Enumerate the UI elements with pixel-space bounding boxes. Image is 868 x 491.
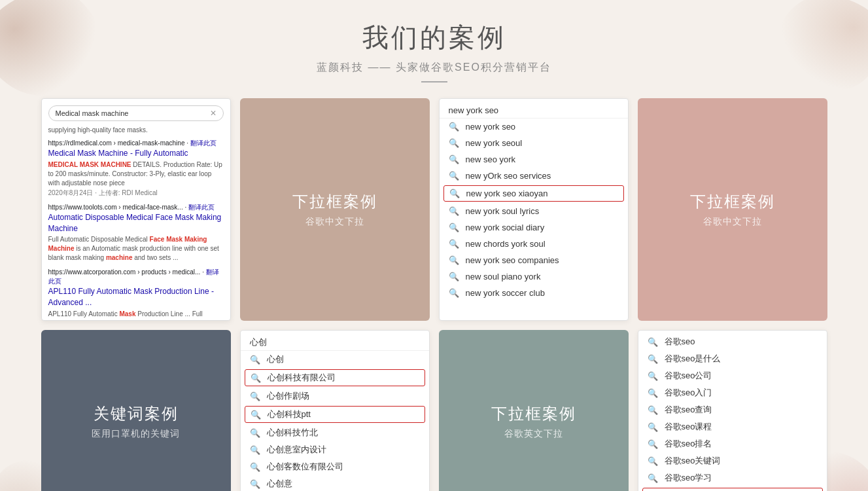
search-result-3: https://www.atcorporation.com › products… (48, 268, 224, 321)
suggestion-item[interactable]: 🔍new york soul lyrics (440, 203, 628, 219)
result-url-3: https://www.atcorporation.com › products… (48, 268, 224, 286)
zh-suggestion-item-right[interactable]: 🔍谷歌seo算法 (642, 488, 823, 491)
suggestion-text: 谷歌seo是什么 (665, 353, 721, 365)
zh-suggestion-item[interactable]: 🔍心创科技ptt (245, 406, 425, 423)
search-icon: 🔍 (449, 223, 459, 232)
zh-suggestion-item-right[interactable]: 🔍谷歌seo课程 (638, 418, 827, 435)
suggestion-text: 谷歌seo查询 (665, 404, 712, 416)
search-icon: 🔍 (250, 462, 260, 472)
search-icon: 🔍 (250, 445, 260, 455)
search-clear-button[interactable]: ✕ (210, 109, 217, 118)
page-title: 我们的案例 (39, 20, 829, 56)
dropdown-en-bottom-panel: 下拉框案例 谷歌英文下拉 (439, 330, 629, 491)
zh-suggestion-item-right[interactable]: 🔍谷歌seo查询 (638, 401, 827, 418)
suggestion-text: 谷歌seo学习 (665, 472, 712, 484)
suggestion-text: 谷歌seo关键词 (665, 455, 721, 467)
suggestion-item[interactable]: 🔍new york seo companies (440, 252, 628, 268)
dropdown-zh-top-panel: 下拉框案例 谷歌中文下拉 (240, 98, 430, 321)
suggestion-item[interactable]: 🔍new seo york (440, 151, 628, 168)
zh-suggestion-item-right[interactable]: 🔍谷歌seo (638, 333, 827, 350)
en-search-query: new york seo (440, 101, 628, 118)
dropdown-right-title: 下拉框案例 (690, 191, 775, 212)
search-bar[interactable]: Medical mask machine ✕ (48, 105, 224, 121)
zh-suggestion-item-right[interactable]: 🔍谷歌seo入门 (638, 384, 827, 401)
zh-suggestions-bottom-container: 🔍谷歌seo🔍谷歌seo是什么🔍谷歌seo公司🔍谷歌seo入门🔍谷歌seo查询🔍… (638, 333, 827, 491)
zh-suggestion-item[interactable]: 🔍心创意 (241, 475, 429, 491)
page-subtitle: 蓝颜科技 —— 头家做谷歌SEO积分营销平台 (39, 61, 829, 75)
search-result-1: https://rdlmedical.com › medical-mask-ma… (48, 139, 224, 198)
suggestion-text: new seo york (466, 155, 516, 164)
suggestion-text: 心创科技有限公司 (268, 372, 336, 384)
suggestion-item[interactable]: 🔍new york social diary (440, 219, 628, 236)
search-icon: 🔍 (250, 391, 260, 401)
suggestion-item[interactable]: 🔍new york seo (440, 118, 628, 135)
zh-suggestion-item-right[interactable]: 🔍谷歌seo公司 (638, 367, 827, 384)
zh-suggestion-item[interactable]: 🔍心创客数位有限公司 (241, 458, 429, 475)
search-icon: 🔍 (449, 189, 460, 198)
suggestion-text: new york seo (466, 122, 516, 132)
suggestion-text: 心创科技竹北 (267, 427, 318, 439)
search-result-2: https://www.toolots.com › medical-face-m… (48, 203, 224, 263)
dropdown-en-title: 下拉框案例 (491, 403, 576, 424)
search-panel: Medical mask machine ✕ supplying high-qu… (41, 98, 231, 321)
suggestion-text: 心创意室内设计 (267, 444, 326, 456)
zh-suggestion-item[interactable]: 🔍心创 (241, 351, 429, 368)
result-title-2[interactable]: Automatic Disposable Medical Face Mask M… (48, 212, 224, 234)
result-title-3[interactable]: APL110 Fully Automatic Mask Production L… (48, 286, 224, 308)
zh-suggestion-item-right[interactable]: 🔍谷歌seo排名 (638, 435, 827, 452)
suggestion-item[interactable]: 🔍new york soccer club (440, 285, 628, 301)
header-divider (421, 81, 447, 82)
search-icon: 🔍 (449, 239, 459, 249)
translate-link-3[interactable]: 翻译此页 (48, 268, 219, 285)
suggestion-text: 心创客数位有限公司 (267, 461, 343, 473)
search-icon: 🔍 (449, 155, 459, 164)
zh-suggestion-item[interactable]: 🔍心创科技竹北 (241, 424, 429, 441)
zh-suggestion-item[interactable]: 🔍心创作剧场 (241, 388, 429, 405)
search-icon: 🔍 (449, 206, 459, 216)
suggestion-text: 心创 (267, 354, 284, 365)
suggestion-text: 心创作剧场 (267, 390, 309, 402)
keyword-subtitle: 医用口罩机的关键词 (92, 428, 180, 440)
suggestion-text: 谷歌seo入门 (665, 387, 712, 399)
zh-suggestion-item-right[interactable]: 🔍谷歌seo学习 (638, 469, 827, 486)
search-icon: 🔍 (449, 171, 459, 181)
search-icon: 🔍 (648, 388, 658, 398)
suggestion-item[interactable]: 🔍new york seoul (440, 135, 628, 151)
suggestion-text: 心创科技ptt (268, 409, 311, 420)
search-icon: 🔍 (250, 479, 260, 489)
suggestion-item[interactable]: 🔍new soul piano york (440, 268, 628, 285)
zh-suggestion-list-bottom: 心创🔍心创🔍心创科技有限公司🔍心创作剧场🔍心创科技ptt🔍心创科技竹北🔍心创意室… (240, 330, 430, 491)
zh-suggestion-item-right[interactable]: 🔍谷歌seo关键词 (638, 452, 827, 469)
suggestion-text: 谷歌seo排名 (665, 438, 712, 450)
suggestion-item[interactable]: 🔍new chords york soul (440, 236, 628, 252)
keyword-title: 关键词案例 (94, 403, 179, 424)
translate-link-1[interactable]: 翻译此页 (190, 139, 217, 147)
result-url-2: https://www.toolots.com › medical-face-m… (48, 203, 224, 212)
zh-suggestions-top-container: 心创🔍心创🔍心创科技有限公司🔍心创作剧场🔍心创科技ptt🔍心创科技竹北🔍心创意室… (241, 333, 429, 491)
search-icon: 🔍 (648, 456, 658, 466)
suggestion-text: new york seoul (466, 138, 523, 148)
suggestion-text: new york social diary (466, 223, 545, 232)
search-icon: 🔍 (251, 410, 261, 420)
suggestion-item[interactable]: 🔍new yOrk seo services (440, 168, 628, 184)
zh-suggestion-item[interactable]: 🔍心创科技有限公司 (245, 369, 425, 386)
suggestion-item[interactable]: 🔍new york seo xiaoyan (443, 185, 624, 202)
dropdown-right-subtitle: 谷歌中文下拉 (703, 216, 762, 228)
zh-suggestion-item[interactable]: 🔍心创意室内设计 (241, 441, 429, 458)
dropdown-en-subtitle: 谷歌英文下拉 (504, 428, 563, 440)
main-grid: Medical mask machine ✕ supplying high-qu… (39, 98, 829, 491)
zh-suggestion-item-right[interactable]: 🔍谷歌seo是什么 (638, 350, 827, 367)
result-desc-3: APL110 Fully Automatic Mask Production L… (48, 310, 224, 321)
result-desc-2: Full Automatic Disposable Medical Face M… (48, 235, 224, 263)
search-icon: 🔍 (449, 288, 459, 298)
result-title-1[interactable]: Medical Mask Machine - Fully Automatic (48, 148, 224, 159)
search-icon: 🔍 (250, 355, 260, 365)
search-icon: 🔍 (648, 439, 658, 449)
search-icon: 🔍 (648, 337, 658, 347)
translate-link-2[interactable]: 翻译此页 (188, 204, 215, 211)
suggestion-text: 谷歌seo课程 (665, 421, 712, 433)
suggestion-text: new chords york soul (466, 239, 546, 249)
dropdown-right-top-panel: 下拉框案例 谷歌中文下拉 (638, 98, 827, 321)
suggestion-text: new york seo xiaoyan (466, 189, 548, 198)
search-icon: 🔍 (449, 255, 459, 265)
